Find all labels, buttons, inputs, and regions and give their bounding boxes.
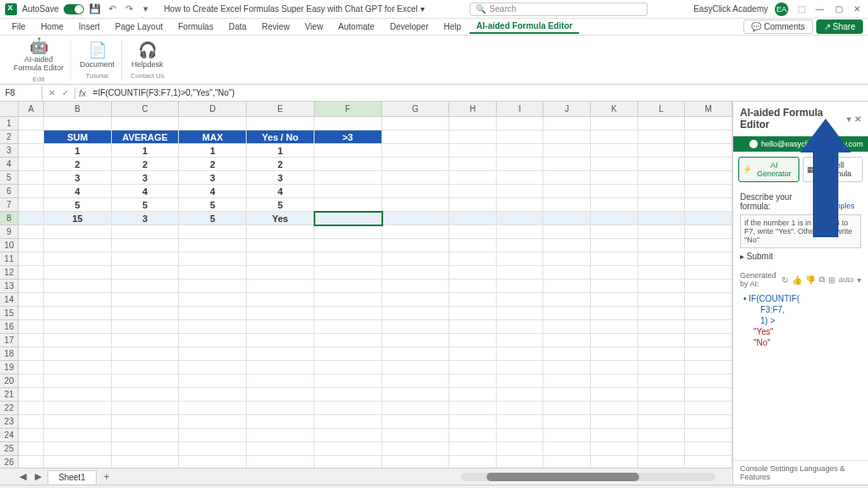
cell[interactable]	[685, 212, 732, 225]
cell[interactable]	[543, 347, 591, 361]
cell[interactable]	[44, 225, 112, 239]
cell[interactable]	[591, 280, 638, 293]
cell[interactable]	[247, 117, 314, 130]
cell[interactable]	[591, 374, 638, 388]
cell[interactable]	[382, 442, 450, 456]
cell[interactable]	[19, 171, 44, 185]
search-box[interactable]: 🔍 Search	[470, 3, 648, 16]
cell[interactable]	[112, 388, 180, 402]
cell[interactable]: 5	[179, 212, 247, 225]
name-box[interactable]: F8	[0, 86, 42, 101]
row-header[interactable]: 25	[0, 442, 19, 456]
row-header[interactable]: 24	[0, 429, 19, 442]
cell[interactable]	[112, 307, 180, 320]
cell[interactable]	[638, 117, 686, 130]
cell[interactable]	[685, 185, 732, 198]
tab-file[interactable]: File	[5, 20, 32, 33]
cell[interactable]: 5	[112, 198, 180, 212]
cell[interactable]	[638, 361, 686, 374]
sheet-nav-prev-icon[interactable]: ◀	[17, 471, 29, 483]
cell[interactable]	[19, 117, 44, 130]
cell[interactable]	[449, 198, 497, 212]
cell[interactable]	[591, 320, 638, 334]
cell[interactable]	[449, 252, 497, 266]
cell[interactable]	[449, 429, 497, 442]
cell[interactable]	[497, 130, 544, 144]
cell[interactable]	[382, 361, 450, 374]
cell[interactable]: 1	[179, 144, 247, 158]
cell[interactable]	[44, 293, 112, 307]
cell[interactable]: SUM	[44, 130, 112, 144]
cell[interactable]	[543, 130, 591, 144]
cell[interactable]	[685, 388, 732, 402]
cell[interactable]	[314, 280, 382, 293]
cell[interactable]	[247, 402, 314, 415]
cell[interactable]	[449, 225, 497, 239]
cell[interactable]	[382, 171, 450, 185]
select-all-corner[interactable]	[0, 102, 19, 116]
cell[interactable]	[19, 361, 44, 374]
cell[interactable]	[543, 415, 591, 429]
row-header[interactable]: 6	[0, 185, 19, 198]
cell[interactable]	[591, 334, 638, 347]
cell[interactable]	[497, 225, 544, 239]
qat-dropdown-icon[interactable]: ▾	[140, 3, 152, 15]
cell[interactable]	[497, 388, 544, 402]
cell[interactable]	[543, 456, 591, 468]
cell[interactable]	[449, 266, 497, 280]
spreadsheet-grid[interactable]: ABCDEFGHIJKLM 12SUMAVERAGEMAXYes / No>33…	[0, 102, 732, 485]
submit-button[interactable]: ▸ Submit	[740, 248, 861, 264]
redo-icon[interactable]: ↷	[123, 3, 135, 15]
cell[interactable]	[543, 429, 591, 442]
cell[interactable]	[247, 293, 314, 307]
fx-icon[interactable]: fx	[75, 88, 90, 98]
row-header[interactable]: 2	[0, 130, 19, 144]
cell[interactable]	[497, 185, 544, 198]
cell[interactable]	[449, 307, 497, 320]
column-header-I[interactable]: I	[497, 102, 544, 116]
cell[interactable]	[382, 334, 450, 347]
cell[interactable]	[19, 320, 44, 334]
cell[interactable]	[179, 347, 247, 361]
cell[interactable]	[112, 252, 180, 266]
cell[interactable]	[638, 239, 686, 252]
cell[interactable]	[449, 280, 497, 293]
tab-insert[interactable]: Insert	[72, 20, 107, 33]
chevron-down-icon[interactable]: ▾	[857, 275, 861, 285]
cell[interactable]	[44, 239, 112, 252]
cell[interactable]	[591, 347, 638, 361]
close-icon[interactable]: ✕	[851, 3, 863, 15]
cell[interactable]	[685, 293, 732, 307]
cell[interactable]	[685, 415, 732, 429]
cell[interactable]	[19, 130, 44, 144]
tab-formulas[interactable]: Formulas	[171, 20, 220, 33]
thumbs-up-icon[interactable]: 👍	[792, 275, 802, 285]
cell[interactable]: AVERAGE	[112, 130, 180, 144]
cell[interactable]	[638, 280, 686, 293]
cell[interactable]	[497, 198, 544, 212]
cell[interactable]	[449, 185, 497, 198]
cell[interactable]	[112, 225, 180, 239]
cell[interactable]	[638, 252, 686, 266]
cell[interactable]	[314, 212, 382, 225]
tab-data[interactable]: Data	[222, 20, 253, 33]
comments-button[interactable]: 💬 Comments	[743, 19, 812, 34]
cell[interactable]	[44, 347, 112, 361]
cell[interactable]	[314, 402, 382, 415]
cell[interactable]	[247, 334, 314, 347]
tab-page-layout[interactable]: Page Layout	[108, 20, 170, 33]
cell[interactable]	[179, 442, 247, 456]
cell[interactable]	[19, 293, 44, 307]
cell[interactable]	[638, 212, 686, 225]
tab-view[interactable]: View	[298, 20, 331, 33]
tab-home[interactable]: Home	[34, 20, 70, 33]
row-header[interactable]: 10	[0, 239, 19, 252]
cell[interactable]	[638, 307, 686, 320]
cell[interactable]	[247, 320, 314, 334]
cell[interactable]	[112, 456, 180, 468]
helpdesk-icon[interactable]: 🎧	[137, 40, 158, 60]
cell[interactable]	[314, 320, 382, 334]
column-header-K[interactable]: K	[591, 102, 638, 116]
cancel-formula-icon[interactable]: ✕	[46, 87, 58, 99]
cell[interactable]	[44, 320, 112, 334]
